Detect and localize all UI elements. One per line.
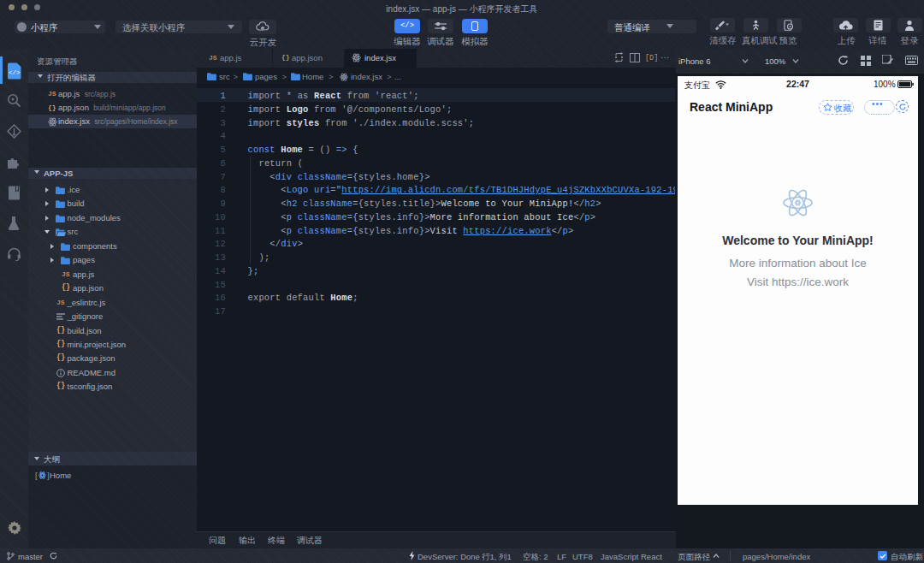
svg-text:</>: </> [9,69,21,76]
